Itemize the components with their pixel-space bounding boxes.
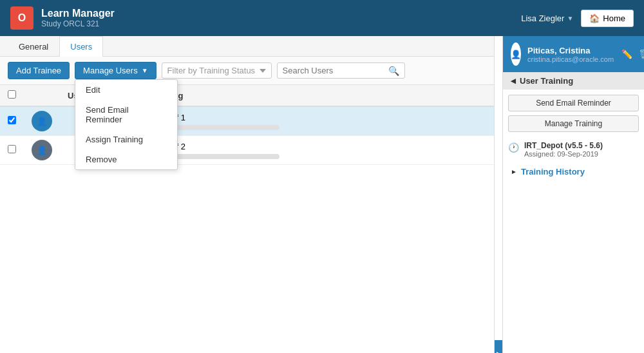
user-training-label: User Training — [520, 76, 573, 86]
progress-bar-container — [151, 154, 486, 159]
profile-actions: ✏️ 🗑️ — [620, 48, 644, 61]
right-panel: 👤 Piticas, Cristina cristina.piticas@ora… — [502, 36, 644, 353]
tab-general[interactable]: General — [8, 36, 59, 57]
user-profile: 👤 Piticas, Cristina cristina.piticas@ora… — [503, 36, 644, 72]
avatar: 👤 — [32, 140, 52, 160]
profile-info: Piticas, Cristina cristina.piticas@oracl… — [527, 46, 614, 63]
home-btn-label: Home — [603, 14, 625, 23]
table-row[interactable]: 👤 0 out of 2 — [0, 136, 494, 165]
home-icon: 🏠 — [589, 14, 600, 23]
row-training-cell: 0 out of 1 — [143, 106, 494, 136]
menu-item-send-email[interactable]: Send Email Reminder — [75, 100, 177, 129]
training-count: 0 out of 1 — [151, 113, 486, 122]
table-row[interactable]: 👤 0 out of 1 — [0, 106, 494, 136]
header-right: Lisa Ziegler ▼ 🏠 Home — [521, 10, 634, 27]
clock-icon: 🕐 — [508, 142, 519, 153]
user-name-label: Lisa Ziegler — [521, 14, 564, 23]
tab-users[interactable]: Users — [59, 36, 103, 57]
profile-email: cristina.piticas@oracle.com — [527, 55, 614, 63]
header-title: Learn Manager Study ORCL 321 — [41, 8, 115, 28]
tabs-bar: General Users — [0, 36, 494, 57]
user-training-section-body: Send Email Reminder Manage Training — [503, 90, 644, 137]
study-name: Study ORCL 321 — [41, 19, 115, 28]
app-logo: O — [10, 6, 33, 30]
row-checkbox-cell — [0, 136, 24, 165]
training-count: 0 out of 2 — [151, 142, 486, 151]
filter-training-status[interactable]: Filter by Training Status — [162, 62, 272, 79]
header-user[interactable]: Lisa Ziegler ▼ — [521, 14, 573, 23]
menu-item-remove[interactable]: Remove — [75, 149, 177, 169]
person-icon: 👤 — [511, 50, 521, 59]
left-panel: General Users Add Trainee Manage Users ▼… — [0, 36, 495, 353]
collapse-triangle-icon: ◀ — [511, 77, 516, 84]
chevron-down-icon: ▼ — [567, 15, 573, 22]
training-name: IRT_Depot (v5.5 - 5.6) — [524, 141, 603, 150]
main-wrapper: General Users Add Trainee Manage Users ▼… — [0, 36, 644, 353]
app-name: Learn Manager — [41, 8, 115, 19]
toolbar: Add Trainee Manage Users ▼ Edit Send Ema… — [0, 57, 494, 85]
menu-item-assign-training[interactable]: Assign Training — [75, 129, 177, 149]
manage-training-button[interactable]: Manage Training — [508, 115, 639, 132]
row-checkbox[interactable] — [8, 116, 16, 124]
training-history-label: Training History — [521, 167, 585, 176]
row-checkbox[interactable] — [8, 145, 16, 153]
search-container: 🔍 — [277, 62, 405, 79]
row-avatar-cell: 👤 — [24, 106, 60, 136]
profile-avatar: 👤 — [511, 43, 521, 66]
expand-arrow-icon: ► — [511, 168, 517, 175]
users-table-container: User Training 👤 — [0, 85, 494, 353]
profile-name: Piticas, Cristina — [527, 46, 614, 55]
select-all-checkbox[interactable] — [8, 90, 16, 99]
col-training: Training — [143, 85, 494, 106]
main-content: General Users Add Trainee Manage Users ▼… — [0, 36, 644, 353]
header-left: O Learn Manager Study ORCL 321 — [10, 6, 115, 30]
manage-users-dropdown-wrapper: Manage Users ▼ Edit Send Email Reminder … — [75, 62, 156, 79]
avatar-icon: 👤 — [37, 146, 47, 155]
add-trainee-button[interactable]: Add Trainee — [8, 62, 70, 79]
user-training-section-header: ◀ User Training — [503, 72, 644, 90]
search-icon: 🔍 — [388, 66, 399, 76]
training-history-section[interactable]: ► Training History — [503, 162, 644, 182]
collapse-panel-button[interactable]: ► — [495, 340, 502, 353]
home-button[interactable]: 🏠 Home — [581, 10, 634, 27]
send-email-reminder-button[interactable]: Send Email Reminder — [508, 95, 639, 111]
menu-item-edit[interactable]: Edit — [75, 80, 177, 100]
users-table: User Training 👤 — [0, 85, 494, 165]
training-item: 🕐 IRT_Depot (v5.5 - 5.6) Assigned: 09-Se… — [503, 137, 644, 162]
row-training-cell: 0 out of 2 — [143, 136, 494, 165]
header: O Learn Manager Study ORCL 321 Lisa Zieg… — [0, 0, 644, 36]
manage-users-menu: Edit Send Email Reminder Assign Training… — [75, 79, 178, 170]
chevron-down-icon: ▼ — [142, 67, 148, 74]
edit-profile-button[interactable]: ✏️ — [620, 48, 634, 61]
avatar-icon: 👤 — [37, 117, 47, 126]
delete-profile-button[interactable]: 🗑️ — [638, 48, 644, 61]
row-checkbox-cell — [0, 106, 24, 136]
training-info: IRT_Depot (v5.5 - 5.6) Assigned: 09-Sep-… — [524, 141, 603, 158]
training-date: Assigned: 09-Sep-2019 — [524, 150, 603, 158]
manage-users-button[interactable]: Manage Users ▼ — [75, 62, 156, 79]
progress-bar-container — [151, 125, 486, 130]
table-header-row: User Training — [0, 85, 494, 106]
row-avatar-cell: 👤 — [24, 136, 60, 165]
avatar: 👤 — [32, 111, 52, 131]
col-avatar — [24, 85, 60, 106]
search-input[interactable] — [283, 63, 386, 78]
manage-users-label: Manage Users — [83, 66, 138, 75]
col-checkbox — [0, 85, 24, 106]
